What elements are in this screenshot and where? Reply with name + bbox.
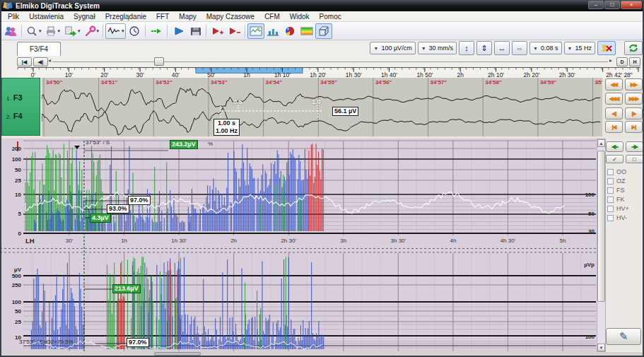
- bottom-scroll-thumb[interactable]: [154, 352, 201, 356]
- scroll-down-icon[interactable]: ▼: [597, 344, 605, 351]
- play-add-button[interactable]: [209, 23, 226, 39]
- eeg-back-page-button[interactable]: ◀◀: [605, 78, 623, 90]
- svg-text:40': 40': [172, 71, 180, 78]
- cfm-sidebar: ◀•• ••▶ ✓ □ OOOZFSFKHV+HV- ✎: [606, 139, 644, 352]
- save-button[interactable]: [187, 23, 204, 39]
- signal-button[interactable]: ▾: [105, 23, 126, 39]
- menu-ustawienia[interactable]: Ustawienia: [24, 13, 69, 21]
- zoom-button[interactable]: ▾: [24, 23, 43, 39]
- menu-plik[interactable]: Plik: [3, 13, 24, 21]
- print-button[interactable]: ▾: [43, 23, 62, 39]
- eeg-back-fast-button[interactable]: ◀◀◀: [605, 93, 623, 105]
- svg-text:30': 30': [136, 71, 144, 78]
- minimize-button[interactable]: –: [588, 1, 604, 9]
- users-button[interactable]: [2, 23, 19, 39]
- colormap-button[interactable]: [298, 23, 315, 39]
- menu-przeglądanie[interactable]: Przeglądanie: [100, 13, 151, 21]
- sphere-button[interactable]: [281, 23, 298, 39]
- page-prev-button[interactable]: ◀|: [33, 57, 48, 66]
- page-slider-track[interactable]: [52, 62, 608, 62]
- export-button[interactable]: ▾: [62, 23, 82, 39]
- menu-pomoc[interactable]: Pomoc: [315, 13, 346, 21]
- cfm-vertical-scrollbar[interactable]: ▲ ▼: [597, 139, 606, 352]
- page-first-button[interactable]: |◀: [17, 57, 32, 66]
- eeg-forward-fast-button[interactable]: ▶▶▶: [625, 93, 643, 105]
- cube-button[interactable]: [315, 23, 332, 39]
- svg-text:µV: µV: [14, 267, 22, 273]
- menu-cfm[interactable]: CFM: [259, 13, 285, 21]
- eeg-last-button[interactable]: ▶|: [625, 121, 643, 133]
- eeg-forward-page-button[interactable]: ▶▶: [625, 78, 643, 90]
- step-button[interactable]: [148, 23, 165, 39]
- cursor-mode-button[interactable]: ✓: [606, 155, 623, 163]
- speed-select[interactable]: ▼ 30 mm/s: [418, 42, 457, 54]
- page-slider-thumb[interactable]: [154, 57, 164, 66]
- eeg-back-step-button[interactable]: ◀|: [605, 107, 623, 119]
- montage-checkbox-fk[interactable]: FK: [607, 196, 625, 203]
- svg-text:25: 25: [15, 177, 21, 184]
- slider-left-arrow-icon[interactable]: ◂: [48, 57, 51, 64]
- horizontal-scale-button[interactable]: ↔: [494, 41, 510, 55]
- bottom-amplitude-badge: 213.6µV: [112, 284, 141, 293]
- play-remove-button[interactable]: [226, 23, 242, 39]
- menu-mapy-czasowe[interactable]: Mapy Czasowe: [201, 13, 259, 21]
- svg-text:34'55": 34'55": [320, 79, 337, 86]
- montage-checkbox-hvplus[interactable]: HV+: [607, 205, 629, 212]
- restore-button[interactable]: □: [604, 1, 620, 9]
- montage-checkbox-oz[interactable]: OZ: [607, 177, 626, 185]
- eeg-forward-step-button[interactable]: |▶: [625, 107, 643, 119]
- tools-button[interactable]: ▾: [82, 23, 101, 39]
- svg-text:100: 100: [585, 192, 595, 198]
- menu-mapy[interactable]: Mapy: [174, 13, 201, 21]
- menu-bar: PlikUstawieniaSygnałPrzeglądanieFFTMapyM…: [0, 11, 644, 22]
- montage-checkbox-oo[interactable]: OO: [607, 168, 626, 175]
- checkbox-icon: [607, 215, 614, 221]
- montage-checkbox-hvminus[interactable]: HV-: [607, 214, 627, 221]
- refresh-button[interactable]: [624, 41, 643, 55]
- eeg-plot[interactable]: 34'50"34'51"34'52"34'53"34'54"34'55"34'5…: [42, 78, 602, 136]
- annotation-pencil-button[interactable]: ✎: [606, 328, 641, 345]
- close-button[interactable]: ×: [621, 1, 642, 9]
- signal-icon: [107, 25, 121, 37]
- slider-right-arrow-icon[interactable]: ▸: [609, 57, 612, 64]
- eeg-first-button[interactable]: |◀: [605, 121, 623, 133]
- time-constant-select[interactable]: ▼ 0.08 s: [529, 42, 561, 54]
- cfm-next-button[interactable]: ••▶: [626, 141, 643, 152]
- scroll-up-icon[interactable]: ▲: [597, 139, 605, 147]
- svg-text:1h 50': 1h 50': [416, 71, 433, 78]
- scrollbar-thumb[interactable]: [597, 151, 605, 302]
- toolbar-separator: [167, 25, 168, 37]
- menu-widok[interactable]: Widok: [285, 13, 315, 21]
- timeline-h-button[interactable]: H: [629, 57, 640, 66]
- svg-text:100: 100: [585, 334, 595, 340]
- menu-fft[interactable]: FFT: [151, 13, 174, 21]
- bottom-scrollbar[interactable]: [0, 352, 644, 356]
- region-mode-button[interactable]: □: [626, 155, 643, 163]
- remove-artifacts-button[interactable]: [597, 41, 616, 55]
- menu-sygnał[interactable]: Sygnał: [69, 13, 100, 21]
- horizontal-scale2-button[interactable]: ⇔: [512, 41, 527, 55]
- toolbar-separator: [21, 25, 22, 37]
- vertical-scale-button[interactable]: ↕: [459, 41, 474, 55]
- tab-row: F3/F4 ▼ 100 µV/cm ▼ 30 mm/s ↕ ⇕ ↔ ⇔ ▼ 0.…: [0, 40, 644, 57]
- filter-select[interactable]: ▼ 15 Hz: [564, 42, 595, 54]
- tab-f3f4[interactable]: F3/F4: [17, 42, 61, 56]
- dsa-charts[interactable]: 200100502510501005030LH30'1h1h 30'2h2h 3…: [0, 139, 597, 352]
- channel-label-box[interactable]: 1.F32.F4: [1, 78, 40, 136]
- toolbar-separator: [103, 25, 103, 37]
- channel-row-f3[interactable]: 1.F3: [6, 93, 40, 102]
- timeline-d-button[interactable]: D: [616, 57, 628, 66]
- maps-button[interactable]: [247, 23, 264, 39]
- svg-text:1h 30': 1h 30': [171, 238, 187, 244]
- sensitivity-select[interactable]: ▼ 100 µV/cm: [370, 42, 415, 54]
- clock-button[interactable]: [126, 23, 143, 39]
- bars-button[interactable]: [264, 23, 281, 39]
- vertical-scale2-button[interactable]: ⇕: [476, 41, 492, 55]
- tools-icon: [83, 25, 96, 37]
- channel-row-f4[interactable]: 2.F4: [6, 112, 40, 120]
- montage-checkbox-fs[interactable]: FS: [607, 187, 625, 194]
- cfm-prev-button[interactable]: ◀••: [606, 141, 623, 152]
- svg-text:1h 30': 1h 30': [346, 71, 362, 78]
- play-button[interactable]: [170, 23, 187, 39]
- timeline-ruler[interactable]: 0'10'20'30'40'50'1h1h 10'1h 20'1h 30'1h …: [0, 67, 644, 78]
